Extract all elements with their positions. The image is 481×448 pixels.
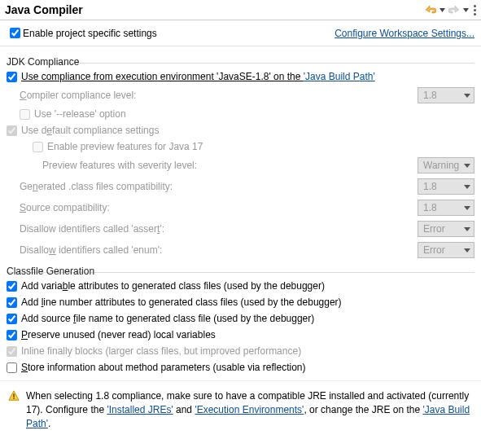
chevron-down-icon: [464, 206, 470, 210]
disallow-assert-combo[interactable]: Error: [418, 221, 474, 237]
jdk-compliance-group: JDK Compliance Use compliance from execu…: [7, 56, 474, 261]
enable-project-specific-label: Enable project specific settings: [23, 28, 157, 39]
generated-class-label: Generated .class files compatibility:: [7, 181, 418, 192]
page-menu-button[interactable]: [474, 4, 476, 15]
chevron-down-icon: [464, 94, 470, 98]
store-method-params-label: Store information about method parameter…: [21, 362, 306, 373]
source-compat-combo[interactable]: 1.8: [418, 200, 474, 216]
chevron-down-icon: [464, 164, 470, 168]
compiler-level-row: Compiler compliance level: 1.8: [7, 85, 474, 106]
use-execution-env-label: Use compliance from execution environmen…: [21, 71, 375, 82]
disallow-enum-row: Disallow identifiers called 'enum': Erro…: [7, 239, 474, 261]
generated-class-combo[interactable]: 1.8: [418, 178, 474, 195]
preview-severity-combo[interactable]: Warning: [418, 157, 474, 173]
preview-severity-label: Preview features with severity level:: [7, 160, 418, 171]
compiler-level-combo[interactable]: 1.8: [418, 87, 474, 103]
page-title: Java Compiler: [5, 3, 422, 16]
generated-class-row: Generated .class files compatibility: 1.…: [7, 176, 474, 197]
add-var-attr-checkbox[interactable]: [7, 281, 17, 292]
warning-text: When selecting 1.8 compliance, make sure…: [26, 389, 471, 430]
store-method-params-checkbox[interactable]: [7, 362, 17, 373]
preserve-unused-label: Preserve unused (never read) local varia…: [21, 329, 216, 340]
nav-forward-dropdown[interactable]: [463, 5, 469, 15]
chevron-down-icon: [464, 185, 470, 189]
compiler-level-label: Compiler compliance level:: [7, 90, 418, 101]
disallow-enum-combo[interactable]: Error: [418, 242, 474, 258]
page-header: Java Compiler: [0, 0, 481, 20]
add-line-num-checkbox[interactable]: [7, 297, 17, 308]
use-release-checkbox[interactable]: [20, 109, 30, 120]
svg-rect-1: [13, 398, 14, 399]
use-execution-env-checkbox[interactable]: [7, 72, 17, 82]
configure-workspace-link[interactable]: Configure Workspace Settings...: [335, 28, 474, 39]
use-release-label: Use '--release' option: [34, 108, 126, 120]
add-source-file-checkbox[interactable]: [7, 314, 17, 324]
enable-preview-checkbox[interactable]: [33, 142, 43, 152]
warning-icon: [8, 390, 20, 402]
source-compat-label: Source compatibility:: [7, 202, 418, 213]
installed-jres-link[interactable]: 'Installed JREs': [107, 404, 173, 415]
top-row: Enable project specific settings Configu…: [0, 20, 481, 46]
disallow-assert-label: Disallow identifiers called 'assert':: [7, 223, 418, 235]
inline-finally-label: Inline finally blocks (larger class file…: [21, 345, 301, 357]
preserve-unused-checkbox[interactable]: [7, 330, 17, 340]
disallow-enum-label: Disallow identifiers called 'enum':: [7, 244, 418, 256]
svg-rect-0: [13, 393, 14, 397]
source-compat-row: Source compatibility: 1.8: [7, 197, 474, 218]
chevron-down-icon: [464, 248, 470, 253]
nav-back-button[interactable]: [425, 5, 436, 15]
nav-forward-button[interactable]: [448, 5, 460, 15]
disallow-assert-row: Disallow identifiers called 'assert': Er…: [7, 218, 474, 239]
enable-project-specific-checkbox[interactable]: [10, 28, 20, 38]
java-build-path-link[interactable]: 'Java Build Path': [304, 71, 375, 82]
nav-back-dropdown[interactable]: [439, 5, 445, 15]
execution-environments-link[interactable]: 'Execution Environments': [195, 404, 304, 415]
classfile-generation-group: Classfile Generation Add variable attrib…: [7, 266, 474, 376]
enable-preview-label: Enable preview features for Java 17: [47, 141, 203, 152]
use-default-compliance-checkbox[interactable]: [7, 125, 17, 136]
preview-severity-row: Preview features with severity level: Wa…: [7, 155, 474, 176]
add-var-attr-label: Add variable attributes to generated cla…: [21, 280, 325, 292]
add-source-file-label: Add source file name to generated class …: [21, 313, 314, 324]
chevron-down-icon: [464, 227, 470, 231]
inline-finally-checkbox[interactable]: [7, 346, 17, 357]
compliance-warning: When selecting 1.8 compliance, make sure…: [0, 380, 481, 438]
use-default-compliance-label: Use default compliance settings: [21, 125, 159, 136]
add-line-num-label: Add line number attributes to generated …: [21, 296, 342, 308]
